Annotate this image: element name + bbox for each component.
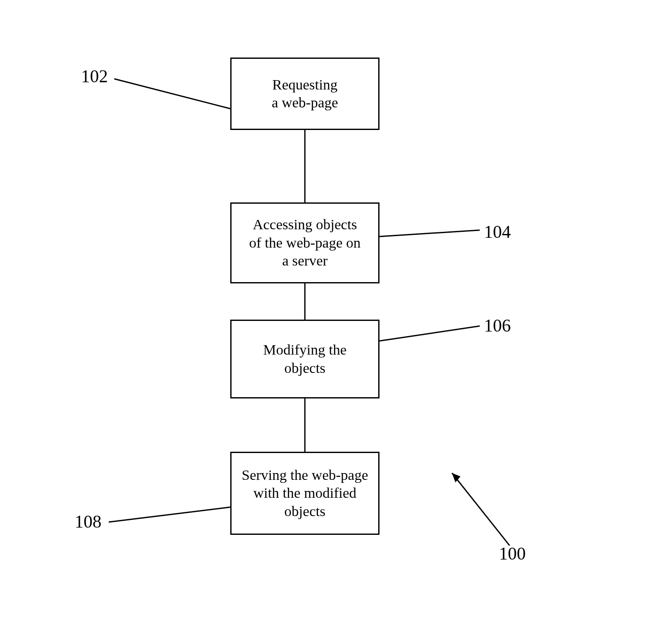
step-box-1: Requestinga web-page	[230, 58, 379, 130]
ref-label-102: 102	[81, 66, 108, 87]
svg-marker-1	[452, 473, 461, 482]
leader-106	[379, 326, 480, 341]
step-box-3: Modifying theobjects	[230, 320, 379, 398]
step-text-3: Modifying theobjects	[263, 341, 346, 377]
svg-line-0	[452, 473, 510, 545]
leader-108	[109, 507, 230, 522]
ref-label-104: 104	[484, 222, 511, 242]
leader-102	[114, 79, 230, 109]
step-text-2: Accessing objectsof the web-page ona ser…	[249, 216, 361, 270]
leader-104	[379, 230, 480, 237]
ref-label-100: 100	[499, 543, 526, 564]
leader-100	[452, 473, 510, 545]
ref-label-108: 108	[75, 511, 101, 532]
step-text-4: Serving the web-pagewith the modifiedobj…	[242, 466, 368, 521]
step-box-2: Accessing objectsof the web-page ona ser…	[230, 202, 379, 283]
ref-label-106: 106	[484, 315, 511, 336]
step-box-4: Serving the web-pagewith the modifiedobj…	[230, 452, 379, 535]
step-text-1: Requestinga web-page	[272, 76, 338, 112]
flowchart-canvas: Requestinga web-page Accessing objectsof…	[0, 0, 672, 632]
